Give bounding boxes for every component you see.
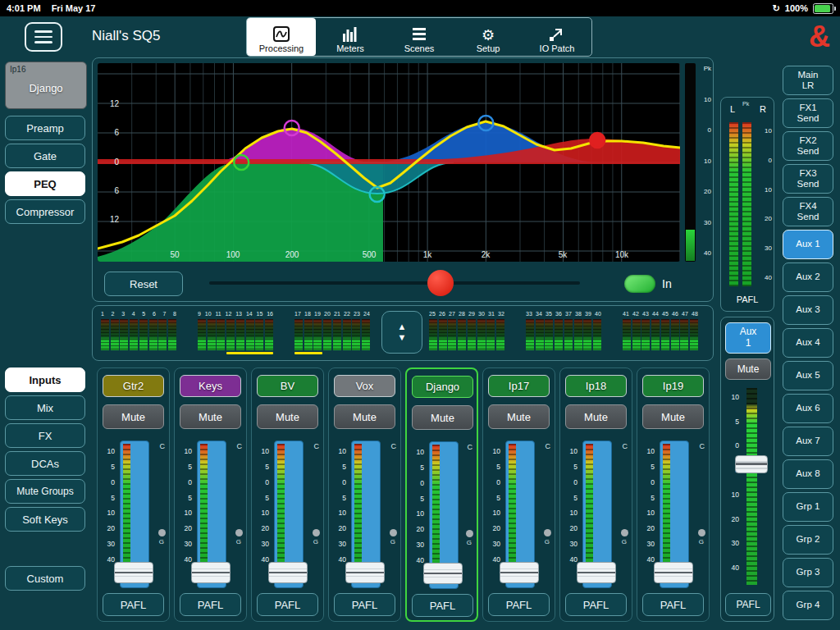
band-slider-track[interactable] xyxy=(209,281,580,285)
meter-group-1-8[interactable]: 12345678 xyxy=(101,311,176,350)
mini-meters xyxy=(198,319,273,350)
mix-select-main-lr[interactable]: Main LR xyxy=(783,66,833,95)
mute-button[interactable]: Mute xyxy=(334,404,395,429)
mix-select-aux-8[interactable]: Aux 8 xyxy=(783,459,833,489)
mute-button[interactable]: Mute xyxy=(103,404,164,429)
tab-processing[interactable]: Processing xyxy=(247,18,316,56)
channel-name-button[interactable]: Keys xyxy=(180,375,241,397)
tab-setup[interactable]: ⚙ Setup xyxy=(454,18,523,56)
processing-item-gate[interactable]: Gate xyxy=(5,144,85,168)
mute-button[interactable]: Mute xyxy=(257,404,318,429)
hamburger-menu-button[interactable] xyxy=(25,22,62,52)
pafl-button[interactable]: PAFL xyxy=(103,593,164,616)
channel-id: Ip16 xyxy=(10,65,25,74)
channel-name-button[interactable]: Vox xyxy=(334,375,395,397)
meter-group-41-48[interactable]: 4142434445464748 xyxy=(623,311,698,350)
fader-cap[interactable] xyxy=(654,562,693,583)
pafl-button[interactable]: PAFL xyxy=(334,593,395,616)
custom-button[interactable]: Custom xyxy=(5,566,85,591)
mute-button[interactable]: Mute xyxy=(412,405,473,430)
mix-select-aux-3[interactable]: Aux 3 xyxy=(783,295,833,325)
mute-button[interactable]: Mute xyxy=(565,404,627,429)
mini-meters xyxy=(623,319,698,350)
meter-group-25-32[interactable]: 2526272829303132 xyxy=(429,311,504,350)
mix-select-aux-1[interactable]: Aux 1 xyxy=(783,230,833,259)
pafl-button[interactable]: PAFL xyxy=(180,593,241,616)
tab-meters[interactable]: Meters xyxy=(316,18,385,56)
pan-indicator: C xyxy=(623,442,628,450)
master-fader-scale: 1050510203040 xyxy=(726,393,739,572)
mute-button[interactable]: Mute xyxy=(642,404,704,429)
fader-scale: 1050510203040 xyxy=(254,447,269,564)
processing-item-compressor[interactable]: Compressor xyxy=(5,199,85,224)
peq-x-label: 500 xyxy=(363,250,377,259)
processing-icon xyxy=(272,26,291,43)
mute-button[interactable]: Mute xyxy=(488,404,550,429)
fader-scale: 1050510203040 xyxy=(177,447,192,564)
mix-select-aux-5[interactable]: Aux 5 xyxy=(783,361,833,390)
band-slider-knob[interactable] xyxy=(427,270,454,296)
processing-item-preamp[interactable]: Preamp xyxy=(5,116,85,140)
channel-name-button[interactable]: Ip17 xyxy=(488,375,550,397)
tab-scenes[interactable]: Scenes xyxy=(385,18,454,56)
sidebar-item-soft-keys[interactable]: Soft Keys xyxy=(5,507,85,532)
mix-select-fx2-send[interactable]: FX2 Send xyxy=(783,131,833,161)
sidebar-item-dcas[interactable]: DCAs xyxy=(5,451,85,476)
sidebar-item-mute-groups[interactable]: Mute Groups xyxy=(5,479,85,504)
channel-name: Django xyxy=(6,82,86,94)
pan-indicator: C xyxy=(237,442,243,450)
mix-master-pafl-button[interactable]: PAFL xyxy=(725,593,771,616)
selected-channel-box[interactable]: Ip16 Django xyxy=(5,62,87,109)
status-date: Fri May 17 xyxy=(52,3,96,13)
channel-name-button[interactable]: Django xyxy=(412,376,473,398)
fader-cap[interactable] xyxy=(268,562,308,583)
meter-group-33-40[interactable]: 3334353637383940 xyxy=(526,311,601,350)
sidebar-item-inputs[interactable]: Inputs xyxy=(5,368,85,392)
mix-select-aux-2[interactable]: Aux 2 xyxy=(783,262,833,292)
pan-indicator: C xyxy=(391,442,397,450)
pafl-button[interactable]: PAFL xyxy=(257,593,318,616)
peq-in-button[interactable]: In xyxy=(624,273,693,294)
reset-button[interactable]: Reset xyxy=(104,272,183,296)
fader-cap[interactable] xyxy=(577,562,616,583)
pafl-button[interactable]: PAFL xyxy=(488,593,550,616)
pafl-button[interactable]: PAFL xyxy=(412,594,473,617)
mix-select-grp-1[interactable]: Grp 1 xyxy=(783,492,833,522)
meter-group-17-24[interactable]: 1718192021222324 xyxy=(294,311,370,350)
meter-group-9-16[interactable]: 910111213141516 xyxy=(198,311,273,350)
tab-io-patch[interactable]: IO Patch xyxy=(523,18,591,56)
mix-master-mute-button[interactable]: Mute xyxy=(725,358,771,380)
mix-select-grp-2[interactable]: Grp 2 xyxy=(783,525,833,555)
sidebar-item-fx[interactable]: FX xyxy=(5,423,85,448)
fader-cap[interactable] xyxy=(345,562,385,583)
mix-select-aux-4[interactable]: Aux 4 xyxy=(783,328,833,358)
fader-cap[interactable] xyxy=(423,563,463,584)
fader-cap[interactable] xyxy=(500,562,539,583)
meter-bank-scroll-button[interactable]: ▲ ▼ xyxy=(381,311,422,354)
peq-band-5-handle[interactable] xyxy=(590,133,605,148)
master-fader-cap[interactable] xyxy=(735,455,768,473)
mix-select-grp-3[interactable]: Grp 3 xyxy=(783,558,833,587)
mute-button[interactable]: Mute xyxy=(180,404,241,429)
pafl-button[interactable]: PAFL xyxy=(565,593,627,616)
left-meter-label: L xyxy=(730,104,735,114)
channel-name-button[interactable]: Ip18 xyxy=(565,375,627,397)
channel-name-button[interactable]: BV xyxy=(257,375,318,397)
peq-graph[interactable]: 1260612 50 100 200 500 1k 2k 5k 10k xyxy=(98,63,680,262)
channel-name-button[interactable]: Gtr2 xyxy=(103,375,164,397)
sidebar-item-mix[interactable]: Mix xyxy=(5,395,85,420)
channel-name-button[interactable]: Ip19 xyxy=(642,375,704,397)
processing-item-peq[interactable]: PEQ xyxy=(5,171,85,196)
mix-select-fx3-send[interactable]: FX3 Send xyxy=(783,164,833,194)
mix-select-aux-6[interactable]: Aux 6 xyxy=(783,394,833,423)
mix-select-grp-4[interactable]: Grp 4 xyxy=(783,591,833,620)
mix-select-aux-7[interactable]: Aux 7 xyxy=(783,427,833,456)
channel-strip: Keys Mute 1050510203040 C G PAFL xyxy=(174,368,247,622)
mix-master-name-button[interactable]: Aux 1 xyxy=(725,322,771,354)
mix-select-fx1-send[interactable]: FX1 Send xyxy=(783,98,833,128)
mix-select-fx4-send[interactable]: FX4 Send xyxy=(783,197,833,226)
right-meter xyxy=(742,122,751,286)
fader-cap[interactable] xyxy=(114,562,153,583)
pafl-button[interactable]: PAFL xyxy=(642,593,704,616)
fader-cap[interactable] xyxy=(191,562,231,583)
